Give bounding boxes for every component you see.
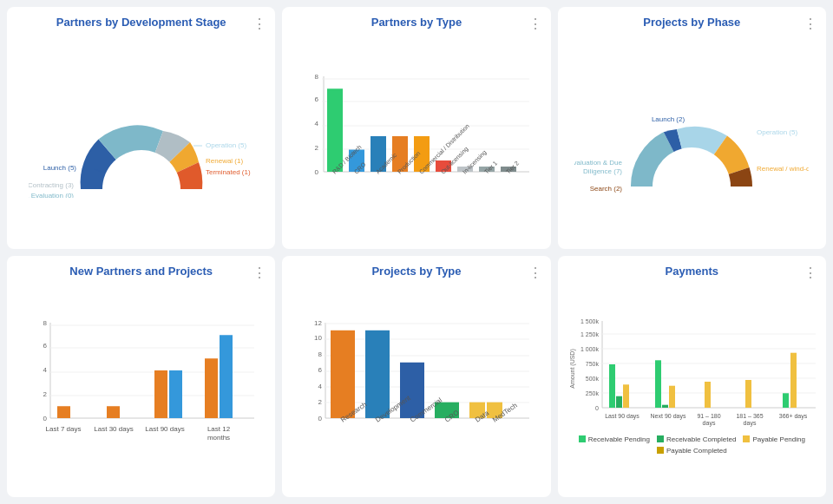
chart-projects-type: 0 2 4 6 8 10 12 xyxy=(292,281,540,491)
card-title-partners-type: Partners by Type xyxy=(292,16,540,29)
svg-rect-111 xyxy=(623,384,629,408)
legend-receivable-pending: Receivable Pending xyxy=(579,435,650,443)
svg-rect-83 xyxy=(365,331,390,418)
svg-text:Tier 1: Tier 1 xyxy=(483,160,498,174)
svg-text:Diligence (7): Diligence (7) xyxy=(583,167,622,175)
svg-text:Launch (2): Launch (2) xyxy=(652,115,685,123)
payments-legend: Receivable Pending Receivable Completed … xyxy=(568,435,816,455)
card-payments: Payments ⋮ 0 250k 500k 750k 1 000k 1 250… xyxy=(558,256,826,498)
card-title-payments: Payments xyxy=(568,265,816,278)
svg-text:Terminated (1): Terminated (1) xyxy=(206,168,251,176)
svg-text:8: 8 xyxy=(43,319,47,327)
legend-receivable-completed: Receivable Completed xyxy=(657,435,737,443)
svg-text:Search (2): Search (2) xyxy=(590,185,623,193)
chart-partners-type: 0 2 4 6 8 R&D / xyxy=(292,32,540,242)
dashboard: Partners by Development Stage ⋮ Launch (… xyxy=(0,0,833,504)
svg-text:500k: 500k xyxy=(586,376,600,382)
svg-text:0: 0 xyxy=(595,405,599,411)
card-projects-type: Projects by Type ⋮ 0 2 4 6 8 10 12 xyxy=(282,256,550,498)
svg-rect-110 xyxy=(616,396,622,407)
svg-text:1 250k: 1 250k xyxy=(580,331,600,337)
card-title-new-partners-projects: New Partners and Projects xyxy=(17,265,265,278)
card-menu-projects-phase[interactable]: ⋮ xyxy=(803,16,817,32)
svg-rect-82 xyxy=(331,331,355,418)
svg-rect-57 xyxy=(107,406,120,418)
card-new-partners-projects: New Partners and Projects ⋮ 0 2 4 6 8 xyxy=(7,256,275,498)
svg-text:Last 12: Last 12 xyxy=(207,425,231,433)
card-menu-partners-type[interactable]: ⋮ xyxy=(528,16,542,32)
svg-text:Next 90 days: Next 90 days xyxy=(651,413,686,420)
svg-text:Contracting (3): Contracting (3) xyxy=(29,181,74,189)
svg-text:Launch (5): Launch (5) xyxy=(43,164,76,172)
svg-rect-117 xyxy=(783,393,789,408)
svg-text:250k: 250k xyxy=(586,390,600,396)
svg-text:181 – 365: 181 – 365 xyxy=(737,413,764,419)
svg-rect-114 xyxy=(669,385,675,407)
chart-new-partners-projects: 0 2 4 6 8 xyxy=(17,281,265,491)
svg-text:days: days xyxy=(703,420,716,427)
svg-text:4: 4 xyxy=(318,383,323,390)
svg-text:Last 30 days: Last 30 days xyxy=(94,425,133,433)
svg-rect-118 xyxy=(790,352,797,407)
chart-projects-phase: Evaluation & Due Diligence (7) Launch (2… xyxy=(568,32,816,242)
svg-text:10: 10 xyxy=(314,334,322,342)
svg-text:Last 90 days: Last 90 days xyxy=(605,413,640,420)
svg-text:8: 8 xyxy=(318,350,323,358)
svg-text:Evaluation & Due: Evaluation & Due xyxy=(574,159,623,167)
svg-text:1 000k: 1 000k xyxy=(580,346,600,352)
svg-text:0: 0 xyxy=(315,168,319,176)
svg-rect-109 xyxy=(609,364,615,408)
svg-rect-58 xyxy=(154,370,167,418)
svg-text:days: days xyxy=(744,420,757,427)
svg-text:6: 6 xyxy=(318,366,323,374)
svg-rect-116 xyxy=(745,380,751,408)
svg-text:Tier 2: Tier 2 xyxy=(505,160,520,174)
svg-rect-115 xyxy=(705,382,711,408)
chart-payments: 0 250k 500k 750k 1 000k 1 250k 1 500k Am… xyxy=(568,281,816,491)
svg-text:12: 12 xyxy=(314,319,322,327)
svg-text:0: 0 xyxy=(318,415,323,422)
svg-text:Renewal / wind-down (4): Renewal / wind-down (4) xyxy=(757,165,809,173)
chart-partners-dev-stage: Launch (5) Operation (5) Renewal (1) Ter… xyxy=(17,32,265,242)
card-partners-dev-stage: Partners by Development Stage ⋮ Launch (… xyxy=(7,7,275,249)
svg-text:91 – 180: 91 – 180 xyxy=(698,413,721,419)
svg-text:0: 0 xyxy=(43,415,47,422)
svg-text:750k: 750k xyxy=(586,361,600,367)
svg-text:6: 6 xyxy=(43,342,47,350)
svg-text:Last 7 days: Last 7 days xyxy=(45,425,81,433)
card-title-projects-phase: Projects by Phase xyxy=(568,16,816,29)
card-menu-new-partners-projects[interactable]: ⋮ xyxy=(253,265,266,281)
svg-text:Renewal (1): Renewal (1) xyxy=(206,157,243,165)
card-menu-projects-type[interactable]: ⋮ xyxy=(528,265,542,281)
legend-payable-completed: Payable Completed xyxy=(657,447,727,455)
card-menu-payments[interactable]: ⋮ xyxy=(803,265,817,281)
svg-text:6: 6 xyxy=(315,95,319,103)
svg-text:1 500k: 1 500k xyxy=(580,318,600,324)
svg-rect-56 xyxy=(57,406,70,418)
card-title-partners-dev-stage: Partners by Development Stage xyxy=(17,16,265,29)
svg-text:months: months xyxy=(207,434,230,442)
svg-text:Operation (5): Operation (5) xyxy=(757,128,797,136)
card-projects-phase: Projects by Phase ⋮ Eva xyxy=(558,7,826,249)
card-partners-type: Partners by Type ⋮ 0 2 4 6 8 xyxy=(282,7,550,249)
svg-text:2: 2 xyxy=(43,390,47,398)
svg-text:Amount (USD): Amount (USD) xyxy=(569,349,576,389)
svg-rect-20 xyxy=(327,88,343,172)
svg-text:2: 2 xyxy=(315,144,319,152)
svg-rect-59 xyxy=(169,370,182,418)
svg-text:Search & Evaluation (0): Search & Evaluation (0) xyxy=(29,192,74,198)
svg-text:Operation (5): Operation (5) xyxy=(206,141,246,149)
card-title-projects-type: Projects by Type xyxy=(292,265,540,278)
svg-text:366+ days: 366+ days xyxy=(779,413,808,420)
card-menu-partners-dev-stage[interactable]: ⋮ xyxy=(253,16,266,32)
svg-rect-112 xyxy=(655,360,661,408)
svg-text:2: 2 xyxy=(318,398,323,406)
svg-rect-113 xyxy=(662,404,668,407)
legend-payable-pending: Payable Pending xyxy=(743,435,805,443)
svg-text:4: 4 xyxy=(315,120,319,128)
svg-text:Last 90 days: Last 90 days xyxy=(145,425,184,433)
svg-text:8: 8 xyxy=(315,73,319,81)
svg-text:4: 4 xyxy=(43,366,47,374)
svg-rect-61 xyxy=(220,335,233,418)
svg-rect-60 xyxy=(205,358,218,418)
